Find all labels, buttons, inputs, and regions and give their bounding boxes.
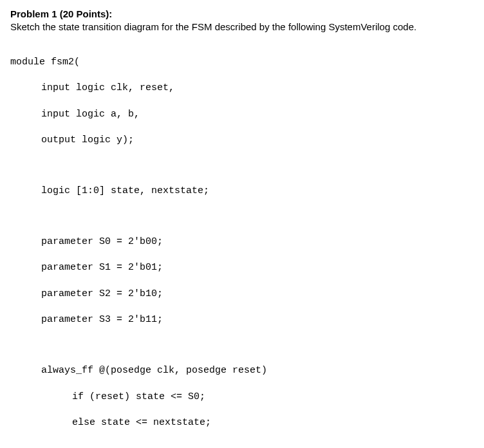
code-line: logic [1:0] state, nextstate;: [10, 185, 474, 198]
code-line: input logic clk, reset,: [10, 82, 474, 95]
code-block: module fsm2( input logic clk, reset, inp…: [10, 43, 474, 449]
problem-title: Problem 1 (20 Points):: [10, 8, 112, 19]
code-line: module fsm2(: [10, 56, 474, 69]
code-line: always_ff @(posedge clk, posedge reset): [10, 364, 474, 377]
problem-header: Problem 1 (20 Points): Sketch the state …: [10, 8, 474, 34]
code-line: else state <= nextstate;: [10, 416, 474, 429]
problem-prompt: Sketch the state transition diagram for …: [10, 21, 416, 32]
code-line: parameter S1 = 2'b01;: [10, 261, 474, 274]
code-line: parameter S2 = 2'b10;: [10, 288, 474, 301]
code-line: if (reset) state <= S0;: [10, 391, 474, 404]
code-line: input logic a, b,: [10, 108, 474, 121]
code-line: output logic y);: [10, 134, 474, 147]
code-line: parameter S0 = 2'b00;: [10, 236, 474, 248]
code-line: parameter S3 = 2'b11;: [10, 313, 474, 326]
